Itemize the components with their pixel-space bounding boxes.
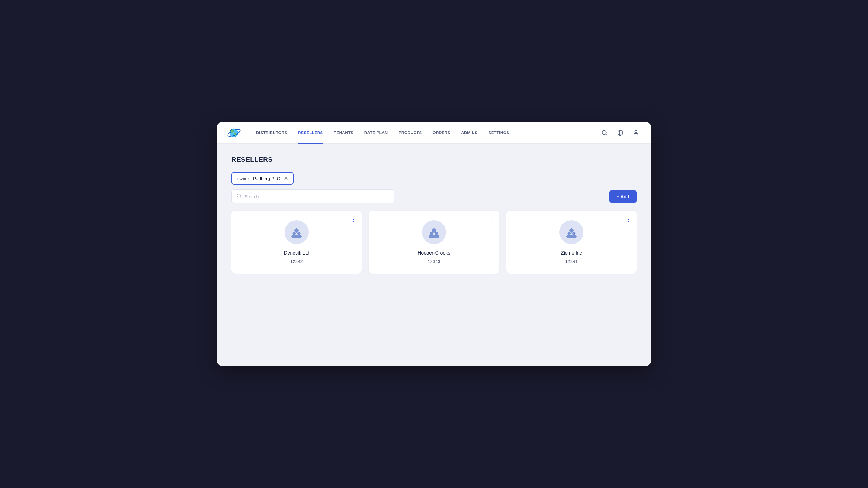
reseller-card-2[interactable]: ⋮ Zieme Inc 12341 [506,210,637,273]
navigation: DISTRIBUTORS RESELLERS TENANTS RATE PLAN… [217,122,651,144]
search-nav-button[interactable] [599,127,610,138]
filter-tag-close-button[interactable]: ✕ [284,175,288,181]
cards-grid: ⋮ Denesik Ltd 12342 ⋮ [231,210,637,273]
svg-point-9 [635,130,637,133]
svg-point-13 [293,232,296,235]
reseller-card-0[interactable]: ⋮ Denesik Ltd 12342 [231,210,362,273]
nav-admins[interactable]: ADMINS [456,122,483,144]
svg-point-14 [298,232,301,235]
svg-point-17 [430,232,433,235]
nav-actions [599,127,641,138]
card-menu-2[interactable]: ⋮ [625,216,632,223]
card-avatar-0 [284,220,309,244]
card-id-2: 12341 [565,259,578,264]
svg-line-11 [240,197,241,198]
filter-tag: owner : Padberg PLC ✕ [231,172,293,185]
svg-point-4 [234,133,236,135]
card-name-2: Zieme Inc [561,250,582,256]
add-button[interactable]: + Add [610,190,637,203]
svg-point-18 [435,232,438,235]
search-row: + Add [231,190,637,203]
search-icon [237,193,241,199]
reseller-card-1[interactable]: ⋮ Hoeger-Crooks 12343 [369,210,499,273]
main-content: RESELLERS owner : Padberg PLC ✕ + Add [217,144,651,286]
card-menu-1[interactable]: ⋮ [488,216,494,223]
svg-point-22 [572,232,576,235]
nav-orders[interactable]: ORDERS [427,122,456,144]
card-id-1: 12343 [428,259,440,264]
svg-line-6 [606,134,607,135]
card-name-1: Hoeger-Crooks [418,250,450,256]
nav-distributors[interactable]: DISTRIBUTORS [251,122,293,144]
nav-settings[interactable]: SETTINGS [483,122,515,144]
nav-rate-plan[interactable]: RATE PLAN [359,122,393,144]
globe-icon[interactable] [615,127,626,138]
nav-products[interactable]: PRODUCTS [393,122,427,144]
svg-point-16 [432,228,436,233]
svg-point-3 [230,130,234,133]
card-avatar-2 [559,220,584,244]
svg-point-21 [567,232,571,235]
nav-tenants[interactable]: TENANTS [329,122,359,144]
card-id-0: 12342 [290,259,303,264]
svg-rect-15 [291,235,302,238]
user-icon[interactable] [630,127,641,138]
app-window: DISTRIBUTORS RESELLERS TENANTS RATE PLAN… [217,122,651,366]
filter-tag-text: owner : Padberg PLC [237,176,280,181]
svg-rect-23 [566,235,577,238]
search-input[interactable] [244,194,389,199]
svg-rect-19 [429,235,439,238]
page-title: RESELLERS [231,156,637,164]
logo[interactable] [227,126,241,140]
card-menu-0[interactable]: ⋮ [350,216,357,223]
search-box [231,190,394,203]
nav-resellers[interactable]: RESELLERS [293,122,329,144]
svg-point-20 [569,228,574,233]
svg-point-12 [294,228,299,233]
card-name-0: Denesik Ltd [284,250,310,256]
card-avatar-1 [422,220,446,244]
nav-links: DISTRIBUTORS RESELLERS TENANTS RATE PLAN… [251,122,599,144]
